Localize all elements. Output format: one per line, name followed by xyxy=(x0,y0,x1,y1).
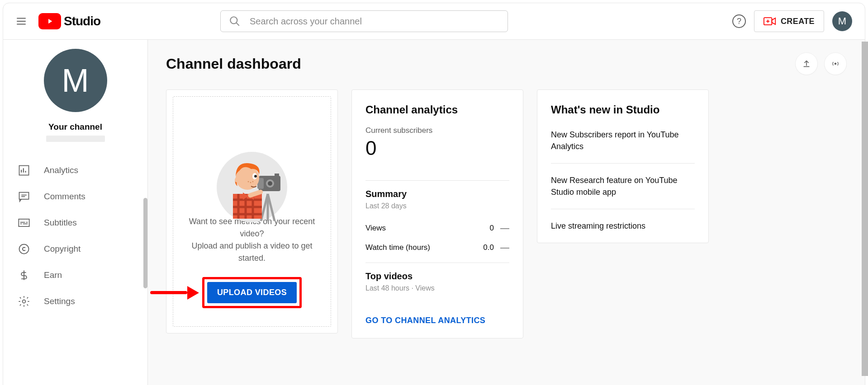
copyright-icon xyxy=(18,243,30,255)
sidebar: M Your channel Analytics Comments xyxy=(3,40,148,385)
svg-point-7 xyxy=(23,300,26,303)
sidebar-item-label: Subtitles xyxy=(44,218,77,228)
arrow-head-icon xyxy=(187,286,199,300)
top-videos-title: Top videos xyxy=(365,271,509,282)
earn-icon xyxy=(18,269,30,282)
sidebar-item-analytics[interactable]: Analytics xyxy=(3,157,147,183)
divider xyxy=(365,180,509,181)
arrow-shaft xyxy=(150,291,187,294)
stat-row-watchtime: Watch time (hours) 0.0 — xyxy=(365,238,509,257)
analytics-card: Channel analytics Current subscribers 0 … xyxy=(351,89,523,338)
subscribers-count: 0 xyxy=(365,137,509,160)
create-label: CREATE xyxy=(781,17,815,26)
sidebar-scrollbar[interactable] xyxy=(143,198,147,288)
subscribers-label: Current subscribers xyxy=(365,126,509,135)
analytics-icon xyxy=(18,164,30,177)
upload-card-inner: Want to see metrics on your recent video… xyxy=(173,96,331,327)
studio-logo[interactable]: Studio xyxy=(38,13,100,29)
news-item[interactable]: Live streaming restrictions xyxy=(551,209,695,243)
svg-point-27 xyxy=(235,177,240,183)
create-camera-icon xyxy=(764,16,776,26)
svg-line-1 xyxy=(236,23,239,26)
create-button[interactable]: CREATE xyxy=(754,10,824,32)
live-icon xyxy=(830,59,840,69)
settings-icon xyxy=(18,295,30,308)
svg-point-32 xyxy=(252,181,254,183)
sidebar-item-label: Earn xyxy=(44,270,62,280)
svg-point-16 xyxy=(268,181,272,186)
news-item[interactable]: New Research feature on YouTube Studio m… xyxy=(551,164,695,209)
upload-videos-button[interactable]: UPLOAD VIDEOS xyxy=(207,282,297,303)
upload-icon xyxy=(802,59,811,69)
stat-value: 0 xyxy=(490,224,494,233)
sidebar-item-settings[interactable]: Settings xyxy=(3,288,147,315)
divider xyxy=(365,263,509,263)
menu-button[interactable] xyxy=(12,12,30,30)
upload-action-button[interactable] xyxy=(795,52,818,75)
analytics-title: Channel analytics xyxy=(365,103,509,116)
svg-point-8 xyxy=(835,63,837,65)
go-to-analytics-link[interactable]: GO TO CHANNEL ANALYTICS xyxy=(365,310,509,329)
channel-label: Your channel xyxy=(48,122,102,132)
svg-rect-4 xyxy=(19,192,29,199)
channel-avatar[interactable]: M xyxy=(44,49,107,112)
sidebar-item-copyright[interactable]: Copyright xyxy=(3,236,147,262)
svg-point-30 xyxy=(248,181,249,183)
comments-icon xyxy=(18,190,30,203)
stat-label: Views xyxy=(365,224,386,233)
topbar-right: ? CREATE M xyxy=(732,10,852,32)
svg-point-31 xyxy=(250,182,251,183)
sidebar-item-earn[interactable]: Earn xyxy=(3,262,147,288)
stat-label: Watch time (hours) xyxy=(365,243,430,252)
upload-card: Want to see metrics on your recent video… xyxy=(166,89,338,333)
youtube-play-icon xyxy=(38,13,61,29)
stat-trend: — xyxy=(500,223,509,233)
sidebar-item-label: Settings xyxy=(44,296,75,306)
channel-name-placeholder xyxy=(46,136,105,142)
upload-illustration xyxy=(216,151,288,207)
search-box[interactable] xyxy=(220,10,508,32)
stat-value: 0.0 xyxy=(483,243,494,252)
search-wrap xyxy=(220,10,508,32)
svg-point-0 xyxy=(230,17,237,23)
upload-button-highlight: UPLOAD VIDEOS xyxy=(202,277,302,308)
help-button[interactable]: ? xyxy=(732,14,746,28)
news-card: What's new in Studio New Subscribers rep… xyxy=(537,89,709,243)
hamburger-icon xyxy=(15,15,27,27)
go-live-button[interactable] xyxy=(824,52,847,75)
news-item[interactable]: New Subscribers report in YouTube Analyt… xyxy=(551,126,695,164)
stat-trend: — xyxy=(500,242,509,253)
sidebar-item-comments[interactable]: Comments xyxy=(3,183,147,210)
sidebar-item-label: Copyright xyxy=(44,244,81,254)
page-actions xyxy=(795,52,847,75)
upload-text-line2: Upload and publish a video to get starte… xyxy=(191,241,312,263)
search-icon xyxy=(229,15,241,27)
svg-point-6 xyxy=(19,244,29,254)
stat-row-views: Views 0 — xyxy=(365,218,509,238)
summary-range: Last 28 days xyxy=(365,202,509,210)
account-avatar[interactable]: M xyxy=(832,11,852,31)
search-input[interactable] xyxy=(250,16,499,27)
page-header: Channel dashboard xyxy=(166,52,847,75)
channel-header: M Your channel xyxy=(3,49,147,153)
page-scrollbar[interactable] xyxy=(862,42,868,376)
news-title: What's new in Studio xyxy=(551,103,695,116)
subtitles-icon xyxy=(18,216,30,229)
annotation-arrow xyxy=(150,286,199,300)
summary-title: Summary xyxy=(365,189,509,199)
svg-rect-3 xyxy=(19,166,29,175)
topbar: Studio ? CREATE M xyxy=(3,3,865,40)
svg-rect-17 xyxy=(275,174,279,177)
sidebar-item-subtitles[interactable]: Subtitles xyxy=(3,210,147,236)
svg-point-29 xyxy=(254,175,257,178)
sidebar-item-label: Comments xyxy=(44,192,85,202)
dashboard-cards: Want to see metrics on your recent video… xyxy=(166,89,847,338)
svg-rect-5 xyxy=(19,219,29,226)
main-content: Channel dashboard xyxy=(148,40,865,385)
page-title: Channel dashboard xyxy=(166,56,301,72)
sidebar-nav: Analytics Comments Subtitles Copyright xyxy=(3,157,147,315)
logo-text: Studio xyxy=(64,14,100,28)
sidebar-item-label: Analytics xyxy=(44,165,78,175)
top-videos-sub: Last 48 hours · Views xyxy=(365,284,509,292)
